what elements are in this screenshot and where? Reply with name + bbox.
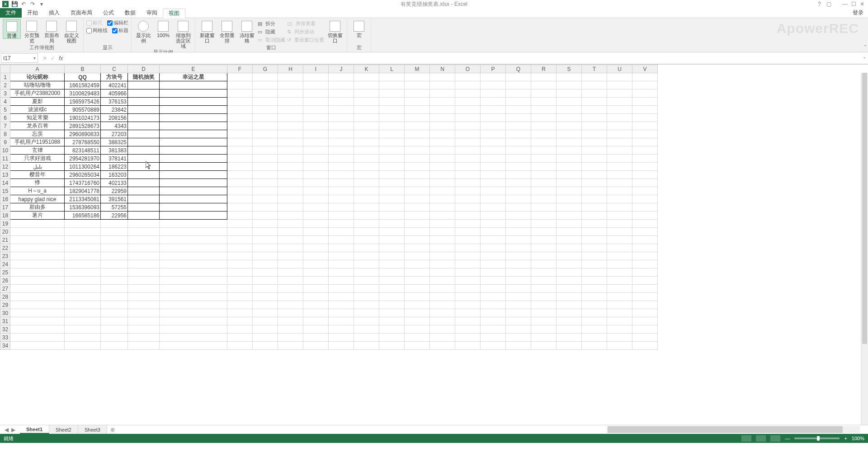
cell[interactable] <box>278 220 303 228</box>
formulabar-checkbox[interactable]: 编辑栏 <box>107 19 128 27</box>
cell[interactable] <box>278 268 303 277</box>
cell[interactable] <box>101 244 128 252</box>
cell[interactable] <box>506 146 531 155</box>
cell[interactable]: 论坛昵称 <box>10 73 65 81</box>
tab-home[interactable]: 开始 <box>22 8 43 18</box>
cell[interactable] <box>557 277 582 285</box>
cell[interactable] <box>128 228 160 236</box>
cell[interactable] <box>632 81 658 89</box>
cell[interactable] <box>405 146 430 155</box>
tab-formulas[interactable]: 公式 <box>98 8 119 18</box>
cell[interactable]: 2891528673 <box>65 122 101 130</box>
cell[interactable] <box>227 285 253 293</box>
cell[interactable] <box>128 244 160 252</box>
cell[interactable] <box>253 155 278 163</box>
cell[interactable] <box>455 106 481 114</box>
cell[interactable] <box>430 195 455 203</box>
cell[interactable] <box>10 334 65 342</box>
cell[interactable] <box>557 252 582 260</box>
cell[interactable] <box>455 122 481 130</box>
cell[interactable] <box>430 203 455 212</box>
cell[interactable] <box>227 220 253 228</box>
macros-button[interactable]: 宏 <box>350 19 368 38</box>
cell[interactable] <box>278 325 303 334</box>
cell[interactable] <box>303 293 329 301</box>
cell[interactable] <box>405 260 430 268</box>
cell[interactable] <box>278 171 303 179</box>
row-header[interactable]: 29 <box>0 301 10 309</box>
cell[interactable] <box>379 155 405 163</box>
cell[interactable]: 166585186 <box>65 212 101 220</box>
cell[interactable] <box>160 293 227 301</box>
cell[interactable] <box>531 98 557 106</box>
cell[interactable] <box>329 285 354 293</box>
cell[interactable]: 手机用户11951088 <box>10 138 65 146</box>
cell[interactable] <box>160 114 227 122</box>
cell[interactable] <box>481 130 506 138</box>
cell[interactable] <box>430 268 455 277</box>
cell[interactable]: 905570889 <box>65 106 101 114</box>
cell[interactable] <box>303 260 329 268</box>
cell[interactable] <box>253 114 278 122</box>
cell[interactable] <box>128 98 160 106</box>
cell[interactable] <box>379 114 405 122</box>
cell[interactable] <box>101 342 128 350</box>
cell[interactable] <box>506 301 531 309</box>
cell[interactable] <box>227 171 253 179</box>
cell[interactable] <box>303 334 329 342</box>
cell[interactable] <box>379 187 405 195</box>
cell[interactable] <box>227 293 253 301</box>
row-header[interactable]: 22 <box>0 244 10 252</box>
cell[interactable] <box>582 220 607 228</box>
cell[interactable] <box>160 309 227 317</box>
cell[interactable]: 樱昔年 <box>10 171 65 179</box>
cell[interactable] <box>329 277 354 285</box>
cell[interactable] <box>379 244 405 252</box>
cell[interactable] <box>557 309 582 317</box>
cell[interactable] <box>430 155 455 163</box>
cell[interactable] <box>531 203 557 212</box>
cell[interactable] <box>354 146 379 155</box>
cell[interactable] <box>430 301 455 309</box>
cell[interactable] <box>531 228 557 236</box>
split-button[interactable]: ▤ 拆分 <box>258 20 285 28</box>
row-header[interactable]: 18 <box>0 212 10 220</box>
cell[interactable] <box>405 244 430 252</box>
cell[interactable] <box>582 277 607 285</box>
cell[interactable] <box>557 89 582 98</box>
cell[interactable] <box>253 106 278 114</box>
cell[interactable] <box>160 325 227 334</box>
cell[interactable] <box>160 228 227 236</box>
cell[interactable] <box>329 301 354 309</box>
cell[interactable] <box>455 301 481 309</box>
cell[interactable] <box>253 98 278 106</box>
cell[interactable] <box>557 146 582 155</box>
tab-view[interactable]: 视图 <box>163 9 185 18</box>
cell[interactable] <box>160 171 227 179</box>
cell[interactable] <box>607 187 632 195</box>
cell[interactable] <box>557 342 582 350</box>
cell[interactable] <box>354 98 379 106</box>
cell[interactable] <box>607 342 632 350</box>
cell[interactable] <box>253 285 278 293</box>
cell[interactable] <box>405 212 430 220</box>
column-header[interactable]: T <box>582 65 607 73</box>
cell[interactable] <box>455 325 481 334</box>
cell[interactable] <box>253 212 278 220</box>
cell[interactable] <box>227 301 253 309</box>
cell[interactable] <box>160 268 227 277</box>
cell[interactable] <box>607 179 632 187</box>
cell[interactable] <box>607 252 632 260</box>
cell[interactable] <box>481 203 506 212</box>
vertical-scrollbar[interactable] <box>861 73 868 425</box>
freeze-panes-button[interactable]: 冻结窗格 <box>238 19 256 43</box>
cell[interactable] <box>455 146 481 155</box>
scrollbar-thumb[interactable] <box>862 73 867 344</box>
cell[interactable] <box>278 114 303 122</box>
cell[interactable]: 381383 <box>101 146 128 155</box>
cell[interactable] <box>227 98 253 106</box>
cell[interactable] <box>329 122 354 130</box>
row-header[interactable]: 17 <box>0 203 10 212</box>
cell[interactable] <box>455 163 481 171</box>
cell[interactable] <box>128 195 160 203</box>
